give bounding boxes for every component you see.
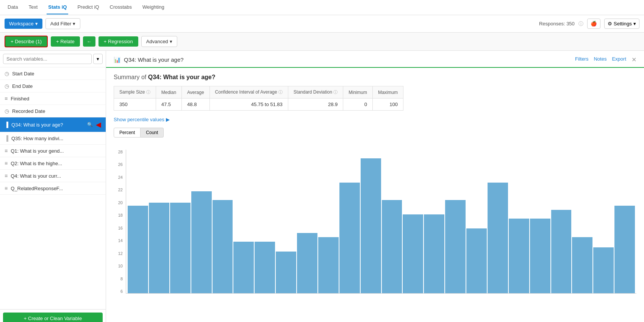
sidebar-item-label: Q2: What is the highe... — [11, 161, 101, 166]
info-icon-ci[interactable]: ⓘ — [278, 90, 283, 94]
y-axis-label: 6 — [114, 289, 123, 294]
sidebar-item-label: Q35: How many indivi... — [11, 136, 101, 141]
bar[interactable] — [361, 158, 381, 293]
info-icon-sample[interactable]: ⓘ — [146, 90, 150, 94]
sidebar-item-label: Finished — [11, 96, 101, 102]
y-axis-label: 24 — [114, 175, 123, 180]
sidebar-item-finished[interactable]: ≡ Finished — [0, 92, 106, 105]
bar[interactable] — [233, 242, 254, 293]
sidebar-item-q34[interactable]: ▐ Q34: What is your age? 🔍 ◀ — [0, 117, 106, 132]
workspace-button[interactable]: Workspace ▾ — [5, 19, 42, 29]
sidebar-item-label: Q34: What is your age? — [11, 122, 84, 128]
chevron-right-icon: ▶ — [166, 117, 170, 122]
cell-median: 47.5 — [156, 98, 181, 111]
relate-button[interactable]: + Relate — [51, 36, 80, 47]
bar[interactable] — [445, 200, 466, 293]
bar[interactable] — [213, 200, 233, 293]
bar[interactable] — [191, 191, 212, 293]
count-toggle[interactable]: Count — [141, 128, 164, 138]
notes-link[interactable]: Notes — [594, 56, 606, 63]
bar[interactable] — [530, 219, 550, 293]
y-axis-label: 20 — [114, 200, 123, 205]
sidebar-item-label: Q4: What is your curr... — [11, 173, 101, 179]
sidebar-item-recorded-date[interactable]: ◷ Recorded Date — [0, 105, 106, 117]
nav-item-weighting[interactable]: Weighting — [141, 0, 166, 14]
bar[interactable] — [572, 237, 592, 293]
sidebar-item-end-date[interactable]: ◷ End Date — [0, 80, 106, 92]
create-label: + Create or Clean Variable — [24, 316, 82, 321]
nav-item-statsiq[interactable]: Stats iQ — [47, 0, 68, 14]
bar[interactable] — [170, 203, 191, 293]
bar[interactable] — [128, 206, 148, 293]
bar[interactable] — [318, 237, 339, 293]
create-variable-button[interactable]: + Create or Clean Variable — [3, 313, 103, 322]
sidebar-item-q1[interactable]: ≡ Q1: What is your gend... — [0, 145, 106, 157]
export-link[interactable]: Export — [612, 56, 626, 63]
nav-item-text[interactable]: Text — [27, 0, 39, 14]
bars-container — [126, 150, 636, 294]
sidebar-item-q-related[interactable]: ≡ Q_RelatedResponseF... — [0, 182, 106, 195]
panel-bar-chart-icon: 📊 — [114, 56, 121, 63]
describe-button[interactable]: + Describe (1) — [5, 36, 48, 47]
sidebar-item-start-date[interactable]: ◷ Start Date — [0, 67, 106, 80]
search-input[interactable] — [3, 54, 92, 64]
back-arrow-icon: ← — [87, 39, 92, 44]
add-filter-button[interactable]: Add Filter ▾ — [45, 18, 81, 29]
bar[interactable] — [424, 214, 444, 293]
back-button[interactable]: ← — [83, 36, 95, 47]
col-median: Median — [156, 86, 181, 98]
nav-item-data[interactable]: Data — [6, 0, 19, 14]
bar[interactable] — [382, 200, 402, 293]
top-navigation: Data Text Stats iQ Predict iQ Crosstabs … — [0, 0, 644, 15]
settings-button[interactable]: ⚙ Settings ▾ — [604, 19, 639, 29]
percentile-label: Show percentile values — [114, 117, 164, 122]
stats-table: Sample Size ⓘ Median Average Confidence … — [114, 86, 403, 111]
relate-label: + Relate — [56, 39, 75, 44]
bar[interactable] — [276, 252, 296, 293]
sidebar-item-label: Start Date — [12, 71, 101, 77]
main-layout: ▾ ◷ Start Date ◷ End Date ≡ Finished ◷ R… — [0, 51, 644, 322]
bar[interactable] — [488, 183, 508, 293]
bar-chart-icon: ▐ — [5, 122, 8, 128]
info-icon-sd[interactable]: ⓘ — [333, 90, 338, 94]
sidebar-item-q2[interactable]: ≡ Q2: What is the highe... — [0, 157, 106, 170]
bar[interactable] — [551, 210, 572, 293]
search-dropdown-button[interactable]: ▾ — [93, 54, 103, 64]
sidebar-item-q4[interactable]: ≡ Q4: What is your curr... — [0, 170, 106, 182]
percentile-link[interactable]: Show percentile values ▶ — [114, 117, 636, 122]
user-icon-button[interactable]: 🍎 — [587, 19, 600, 29]
close-button[interactable]: ✕ — [631, 56, 636, 63]
summary-title-question: Q34: What is your age? — [148, 74, 216, 80]
y-axis-label: 8 — [114, 277, 123, 281]
panel-actions: Filters Notes Export ✕ — [575, 56, 636, 63]
advanced-button[interactable]: Advanced ▾ — [141, 36, 177, 47]
lines-icon: ≡ — [5, 185, 8, 191]
percent-toggle[interactable]: Percent — [114, 128, 141, 138]
filters-link[interactable]: Filters — [575, 56, 588, 63]
chevron-down-icon: ▾ — [35, 21, 38, 27]
bar[interactable] — [297, 233, 317, 293]
sidebar-item-q35[interactable]: ▐ Q35: How many indivi... — [0, 132, 106, 145]
sidebar-item-label: Q_RelatedResponseF... — [11, 186, 101, 191]
user-icon: 🍎 — [591, 21, 597, 27]
toolbar-left: Workspace ▾ Add Filter ▾ — [5, 18, 80, 29]
sidebar-item-label: End Date — [12, 83, 101, 89]
bar[interactable] — [466, 228, 487, 293]
nav-item-predictiq[interactable]: Predict iQ — [76, 0, 100, 14]
responses-count: Responses: 350 — [539, 21, 575, 27]
summary-section: Summary of Q34: What is your age? Sample… — [106, 68, 644, 150]
search-small-icon: 🔍 — [87, 122, 93, 127]
y-axis-label: 14 — [114, 238, 123, 243]
bar[interactable] — [593, 247, 614, 293]
bar[interactable] — [149, 203, 169, 293]
bar[interactable] — [255, 242, 275, 293]
lines-icon: ≡ — [5, 173, 8, 179]
bar[interactable] — [509, 219, 529, 293]
sidebar-item-label: Q1: What is your gend... — [11, 148, 101, 154]
nav-item-crosstabs[interactable]: Crosstabs — [108, 0, 134, 14]
bar[interactable] — [403, 214, 423, 293]
bar[interactable] — [339, 183, 360, 293]
bar[interactable] — [614, 206, 635, 293]
regression-button[interactable]: + Regression — [98, 36, 138, 47]
y-axis-label: 18 — [114, 213, 123, 217]
